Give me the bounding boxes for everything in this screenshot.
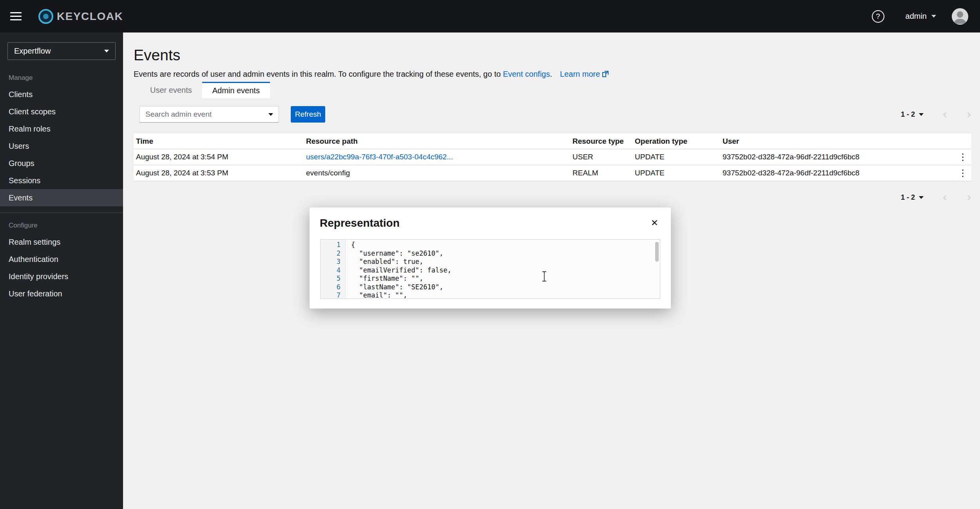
line-number: 7	[321, 291, 341, 299]
code-line: "username": "se2610",	[351, 249, 660, 258]
table-row: August 28, 2024 at 3:54 PM users/a22bc99…	[134, 149, 971, 165]
chevron-down-icon	[268, 113, 273, 116]
chevron-down-icon	[931, 15, 936, 18]
description-period: .	[550, 70, 552, 78]
table-header-row: Time Resource path Resource type Operati…	[134, 134, 971, 149]
page-title: Events	[134, 47, 980, 64]
pagination-prev-button[interactable]: ‹	[942, 108, 947, 120]
code-line: "email": "",	[351, 291, 660, 298]
sidebar-item-client-scopes[interactable]: Client scopes	[0, 103, 123, 120]
brand-wordmark: KEYCLOAK	[57, 10, 123, 23]
sidebar-item-authentication[interactable]: Authentication	[0, 251, 123, 268]
nav-section-configure: Configure	[9, 222, 123, 229]
user-menu[interactable]: admin	[906, 12, 936, 21]
sidebar-item-events[interactable]: Events	[0, 189, 123, 206]
cell-resource-path: events/config	[304, 169, 570, 177]
user-silhouette-icon	[952, 8, 968, 25]
column-header-user: User	[720, 137, 956, 146]
event-configs-link[interactable]: Event configs	[503, 70, 550, 78]
row-actions-kebab-icon[interactable]: ⋮	[956, 168, 971, 179]
avatar[interactable]	[952, 8, 968, 25]
column-header-resource-path: Resource path	[304, 137, 570, 146]
pagination-top: 1 - 2 ‹ ›	[901, 108, 971, 120]
code-line: "enabled": true,	[351, 258, 660, 266]
admin-event-search-select[interactable]: Search admin event	[139, 106, 279, 123]
code-line: "lastName": "SE2610",	[351, 283, 660, 292]
admin-events-table: Time Resource path Resource type Operati…	[134, 134, 971, 181]
sidebar-item-identity-providers[interactable]: Identity providers	[0, 268, 123, 285]
cell-operation-type: UPDATE	[632, 169, 720, 177]
sidebar: Expertflow Manage Clients Client scopes …	[0, 32, 123, 509]
sidebar-item-groups[interactable]: Groups	[0, 155, 123, 172]
column-header-resource-type: Resource type	[570, 137, 632, 146]
keycloak-admin-console: KEYCLOAK ? admin Expertflow Manage Clien…	[0, 0, 980, 509]
pagination-count[interactable]: 1 - 2	[901, 193, 915, 202]
sidebar-item-sessions[interactable]: Sessions	[0, 172, 123, 189]
help-icon[interactable]: ?	[872, 10, 884, 23]
page-description: Events are records of user and admin eve…	[134, 70, 980, 79]
close-icon[interactable]: ✕	[651, 218, 658, 228]
refresh-button[interactable]: Refresh	[291, 106, 325, 123]
cell-operation-type: UPDATE	[632, 153, 720, 161]
table-row: August 28, 2024 at 3:53 PM events/config…	[134, 165, 971, 181]
realm-selector[interactable]: Expertflow	[7, 42, 116, 60]
modal-title: Representation	[320, 217, 400, 229]
line-number: 5	[321, 274, 341, 283]
sidebar-item-clients[interactable]: Clients	[0, 86, 123, 103]
pagination-next-button[interactable]: ›	[967, 108, 971, 120]
code-line: "emailVerified": false,	[351, 266, 660, 275]
pagination-prev-button[interactable]: ‹	[942, 191, 947, 203]
tab-user-events[interactable]: User events	[140, 82, 202, 98]
pagination-bottom-row: 1 - 2 ‹ ›	[123, 191, 980, 203]
row-actions-kebab-icon[interactable]: ⋮	[956, 152, 971, 162]
nav-section-manage: Manage	[9, 74, 123, 82]
chevron-down-icon	[919, 196, 924, 199]
realm-selector-label: Expertflow	[14, 47, 51, 56]
events-tabs: User events Admin events	[140, 82, 980, 98]
pagination-count[interactable]: 1 - 2	[901, 110, 915, 119]
nav-divider	[0, 213, 123, 213]
keycloak-logo-icon	[38, 9, 54, 24]
sidebar-item-realm-settings[interactable]: Realm settings	[0, 233, 123, 251]
representation-code-editor[interactable]: 1 2 3 4 5 6 7 { "username": "se2610", "e…	[320, 239, 660, 299]
code-line: {	[351, 241, 660, 249]
keycloak-brand: KEYCLOAK	[38, 9, 123, 24]
pagination-next-button[interactable]: ›	[967, 191, 971, 203]
line-number: 3	[321, 258, 341, 266]
cell-user: 93752b02-d328-472a-96df-2211d9cf6bc8	[720, 169, 956, 177]
page-header: Events Events are records of user and ad…	[123, 32, 980, 79]
tab-admin-events[interactable]: Admin events	[202, 82, 270, 98]
cell-resource-type: REALM	[570, 169, 632, 177]
line-number: 4	[321, 266, 341, 275]
line-number: 2	[321, 249, 341, 258]
nav-toggle-icon[interactable]	[10, 10, 22, 23]
chevron-down-icon	[104, 50, 109, 52]
column-header-operation-type: Operation type	[632, 137, 720, 146]
code-line: "firstName": "",	[351, 274, 660, 283]
learn-more-label: Learn more	[560, 70, 600, 78]
sidebar-item-realm-roles[interactable]: Realm roles	[0, 120, 123, 137]
representation-modal: Representation ✕ 1 2 3 4 5 6 7 { "userna…	[310, 208, 671, 309]
masthead-actions: ? admin	[872, 8, 968, 25]
editor-scrollbar-thumb[interactable]	[655, 242, 659, 262]
code-content[interactable]: { "username": "se2610", "enabled": true,…	[346, 240, 660, 298]
line-number-gutter: 1 2 3 4 5 6 7	[321, 240, 346, 298]
text-cursor-icon	[541, 271, 547, 283]
chevron-down-icon	[919, 113, 924, 116]
sidebar-item-user-federation[interactable]: User federation	[0, 285, 123, 302]
admin-events-toolbar: Search admin event Refresh 1 - 2 ‹ ›	[139, 106, 971, 123]
column-header-time: Time	[134, 137, 304, 146]
line-number: 6	[321, 283, 341, 292]
user-menu-label: admin	[906, 12, 927, 21]
cell-time: August 28, 2024 at 3:54 PM	[134, 153, 304, 161]
external-link-icon	[602, 70, 609, 78]
cell-resource-type: USER	[570, 153, 632, 161]
sidebar-item-users[interactable]: Users	[0, 137, 123, 155]
learn-more-link[interactable]: Learn more	[560, 70, 609, 78]
resource-path-link[interactable]: users/a22bc99a-76f3-470f-a503-04c4c962..…	[304, 153, 570, 161]
pagination-bottom: 1 - 2 ‹ ›	[901, 191, 971, 203]
search-placeholder: Search admin event	[145, 110, 212, 119]
cell-user: 93752b02-d328-472a-96df-2211d9cf6bc8	[720, 153, 956, 161]
cell-time: August 28, 2024 at 3:53 PM	[134, 169, 304, 177]
line-number: 1	[321, 241, 341, 249]
